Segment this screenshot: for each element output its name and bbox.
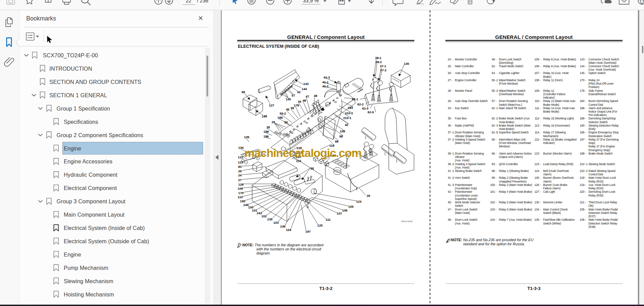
svg-text:143: 143 [303,82,308,86]
svg-text:29: 29 [272,120,275,124]
svg-text:T24P-01-03-003: T24P-01-03-003 [401,221,413,222]
svg-text:55-2: 55-2 [280,112,286,115]
svg-text:125: 125 [317,224,322,227]
svg-text:25: 25 [238,170,242,173]
svg-text:62-1: 62-1 [352,98,358,101]
svg-text:48: 48 [303,99,306,102]
svg-text:127: 127 [269,104,274,107]
svg-text:102: 102 [261,215,266,218]
svg-text:66: 66 [242,90,245,94]
svg-text:103: 103 [273,221,278,224]
svg-text:27: 27 [238,178,242,182]
svg-text:99: 99 [335,140,338,143]
svg-text:38-2: 38-2 [375,60,382,64]
svg-text:62-5: 62-5 [368,111,374,114]
svg-text:37-2: 37-2 [380,69,386,72]
svg-text:108: 108 [340,130,345,133]
svg-text:126: 126 [238,183,243,186]
svg-text:135: 135 [244,135,249,139]
svg-text:178: 178 [294,104,299,107]
svg-text:236: 236 [280,225,285,228]
svg-text:38-1: 38-1 [375,56,381,60]
svg-text:144: 144 [302,87,307,91]
svg-text:62-2: 62-2 [357,103,364,106]
svg-text:122: 122 [238,156,243,159]
svg-text:145: 145 [286,98,291,101]
svg-text:111: 111 [326,218,331,221]
svg-text:221: 221 [296,159,301,163]
svg-text:188: 188 [262,115,267,118]
svg-text:35: 35 [310,167,314,170]
svg-text:106: 106 [342,209,347,212]
svg-text:37-1: 37-1 [380,64,386,68]
svg-text:29: 29 [367,194,370,198]
svg-text:170: 170 [238,191,243,195]
svg-text:42: 42 [345,123,348,127]
svg-text:210-2: 210-2 [345,112,353,115]
svg-text:24: 24 [238,174,242,177]
svg-text:123: 123 [238,161,243,164]
svg-text:45: 45 [286,108,289,111]
svg-text:83: 83 [238,165,242,169]
svg-text:235: 235 [267,218,272,221]
svg-text:41-2: 41-2 [322,85,328,88]
svg-text:52: 52 [297,90,301,94]
svg-text:110: 110 [238,195,243,199]
svg-text:210-1: 210-1 [343,116,351,120]
svg-text:189: 189 [277,116,282,119]
svg-text:34: 34 [298,100,302,103]
svg-text:109: 109 [237,187,243,190]
svg-text:190: 190 [240,200,245,203]
svg-text:47: 47 [306,95,309,98]
svg-text:55: 55 [291,106,294,110]
svg-text:49: 49 [314,94,317,98]
svg-text:124: 124 [356,200,362,203]
svg-text:130: 130 [404,62,409,65]
svg-text:62-3: 62-3 [362,107,368,110]
svg-text:57: 57 [292,94,295,97]
svg-text:197: 197 [305,230,310,233]
svg-text:184: 184 [348,106,353,110]
svg-text:107: 107 [337,212,342,215]
svg-text:26: 26 [266,126,270,129]
svg-text:105: 105 [348,205,353,208]
